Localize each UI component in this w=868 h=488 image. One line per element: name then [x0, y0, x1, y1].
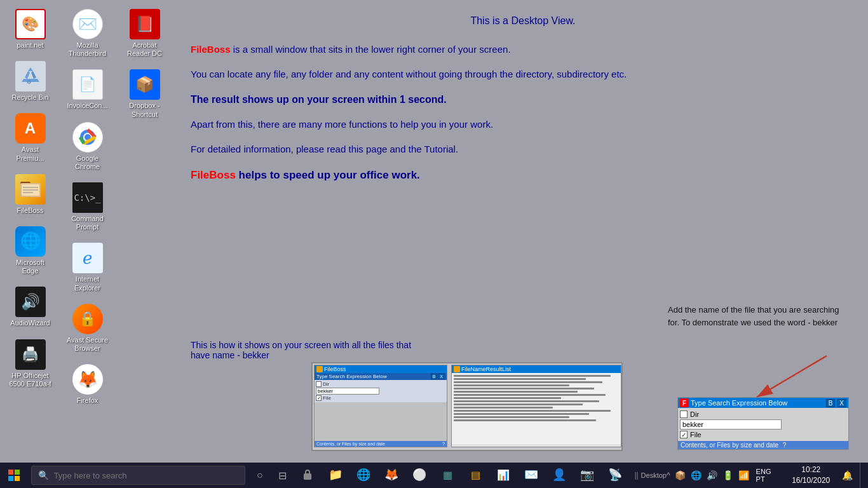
icon-label-acrobat: Acrobat Reader DC — [123, 41, 166, 58]
desktop: 🎨 paint.net ♻ Recycle Bin A Avast Premiu… — [0, 0, 868, 463]
desktop-icon-cmd[interactable]: C:\>_ Command Prompt — [64, 180, 111, 234]
taskbar-app-table[interactable]: ▦ — [433, 463, 461, 488]
icon-label-dropbox: Dropbox - Shortcut — [123, 102, 166, 118]
fw-search-input[interactable] — [680, 419, 782, 430]
tray-expand-icon[interactable]: ^ — [667, 471, 670, 480]
desktop-icon-firefox[interactable]: 🦊 Firefox — [64, 362, 111, 407]
para-fileboss-helps: FileBoss helps to speed up your office w… — [191, 166, 855, 184]
svg-rect-14 — [8, 476, 13, 481]
cloud-icon: 📡 — [608, 468, 622, 482]
fileboss-brand-2: FileBoss — [191, 169, 236, 181]
fw-dir-checkbox[interactable] — [680, 410, 688, 418]
taskbar-app-chrome[interactable]: ⚪ — [405, 463, 433, 488]
taskbar-right-tray: ^ 📦 🌐 🔊 🔋 📶 ENG PT 10:22 16/10/2020 🔔 6 — [667, 463, 868, 488]
main-content: This is a Desktop View. FileBoss is a sm… — [191, 13, 855, 193]
desktop-icon-hp[interactable]: 🖨️ HP Officejet 6500 E710a-f — [6, 337, 54, 391]
taskbar-app-mail[interactable]: ✉️ — [517, 463, 545, 488]
icon-label-recycle: Recycle Bin — [11, 93, 48, 102]
task-view-button[interactable]: ⊟ — [271, 463, 294, 488]
desktop-icon-edge[interactable]: 🌐 Microsoft Edge — [6, 224, 54, 278]
taskbar-app-photo[interactable]: 📷 — [573, 463, 601, 488]
fw-brand-icon: F — [680, 398, 689, 407]
icon-label-invoicecon: InvoiceCon... — [67, 102, 107, 110]
mini-fb-body: Dir ✓ File — [315, 380, 447, 402]
taskbar-search-input[interactable] — [54, 471, 238, 480]
task-view-icon: ⊟ — [278, 470, 287, 482]
taskbar-app-cloud[interactable]: 📡 — [601, 463, 629, 488]
fileboss-brand-1: FileBoss — [191, 44, 231, 55]
taskbar-search-bar[interactable]: 🔍 — [31, 466, 245, 485]
table-icon: ▦ — [443, 469, 452, 481]
desktop-icon-avast-secure[interactable]: 🔒 Avast Secure Browser — [64, 301, 111, 355]
firefox-taskbar-icon: 🦊 — [384, 468, 398, 482]
desktop-icon-fileboss[interactable]: FileBoss — [6, 172, 54, 217]
taskbar-app-bar[interactable]: ▤ — [461, 463, 489, 488]
fw-help-icon[interactable]: ? — [783, 442, 787, 449]
system-tray: 📦 🌐 🔊 🔋 📶 — [674, 470, 750, 480]
desktop-icon-recycle[interactable]: ♻ Recycle Bin — [6, 58, 54, 104]
fw-btn-x[interactable]: X — [837, 399, 846, 407]
tray-battery-icon[interactable]: 🔋 — [721, 470, 735, 480]
desktop-icon-acrobat[interactable]: 📕 Acrobat Reader DC — [121, 6, 168, 60]
tray-sound-icon[interactable]: 🔊 — [705, 470, 719, 480]
windows-logo-icon — [8, 470, 20, 481]
icon-label-thunderbird: Mozilla Thunderbird — [66, 41, 109, 58]
svg-rect-16 — [304, 473, 311, 480]
taskbar-app-finance[interactable]: 📊 — [489, 463, 517, 488]
taskbar-search-icon: 🔍 — [38, 470, 49, 480]
mini-fb-titlebar: FileBoss — [315, 365, 447, 373]
icon-label-edge: Microsoft Edge — [9, 259, 51, 275]
icon-label-paint: paint.net — [17, 41, 43, 50]
desktop-icon-invoicecon[interactable]: 📄 InvoiceCon... — [64, 67, 111, 112]
icon-label-fileboss: FileBoss — [17, 207, 43, 215]
show-desktop-button[interactable] — [860, 463, 865, 488]
desktop-icons: 🎨 paint.net ♻ Recycle Bin A Avast Premiu… — [0, 0, 178, 458]
cortana-button[interactable]: ○ — [248, 463, 271, 488]
svg-text:♻: ♻ — [27, 79, 31, 85]
fw-btn-b[interactable]: B — [826, 399, 836, 407]
desktop-icon-thunderbird[interactable]: ✉️ Mozilla Thunderbird — [64, 6, 111, 60]
para-functions: Apart from this, there are many more fun… — [191, 117, 855, 132]
taskbar-app-people[interactable]: 👤 — [545, 463, 573, 488]
tray-network-icon[interactable]: 🌐 — [689, 470, 703, 480]
mini-result-titlebar: FileNameResultList — [452, 365, 621, 373]
desktop-icon-avast[interactable]: A Avast Premiu... — [6, 111, 54, 165]
icon-label-cmd: Command Prompt — [66, 215, 109, 231]
taskbar-app-browser2[interactable]: 🦊 — [377, 463, 405, 488]
desktop-icon-audiowizard[interactable]: 🔊 AudioWizard — [6, 284, 54, 330]
tray-dropbox-icon[interactable]: 📦 — [674, 470, 687, 480]
desktop-icon-dropbox[interactable]: 📦 Dropbox - Shortcut — [121, 67, 168, 121]
fw-body: Dir File — [678, 408, 848, 441]
desktop-view-title: This is a Desktop View. — [191, 13, 855, 29]
language-indicator: ENG PT — [756, 468, 782, 483]
taskbar-app-folder[interactable]: 📁 — [322, 463, 349, 488]
taskbar-app-browser1[interactable]: 🌐 — [349, 463, 377, 488]
fw-search-input-row[interactable] — [680, 419, 846, 430]
edge-icon: 🌐 — [356, 468, 370, 482]
taskbar-app-security[interactable] — [294, 463, 322, 488]
show-desktop-label[interactable]: Desktop — [641, 471, 667, 479]
mini-fb-bekker-row — [316, 388, 445, 395]
desktop-icon-ie[interactable]: ℯ Internet Explorer — [64, 240, 111, 294]
clock-time: 10:22 — [792, 464, 830, 475]
finance-icon: 📊 — [497, 469, 510, 481]
annotation-text: Add the name of the file that you are se… — [668, 304, 849, 329]
demo-description: This is how it shows on your screen with… — [191, 340, 432, 360]
fileboss-widget[interactable]: F Type Search Expression Below B X Dir F… — [677, 397, 849, 450]
mini-fb-footer: Contents, or Files by size and date ? — [315, 441, 447, 447]
notification-button[interactable]: 🔔 6 — [838, 463, 857, 488]
taskbar: 🔍 ○ ⊟ 📁 🌐 🦊 ⚪ ▦ ▤ — [0, 463, 868, 488]
tray-wireless-icon[interactable]: 📶 — [737, 470, 750, 480]
fw-file-checkbox[interactable] — [680, 431, 688, 438]
mini-fb-search-bar: Type Search Expression Below B X — [315, 373, 447, 380]
desktop-icon-chrome[interactable]: Google Chrome — [64, 119, 111, 173]
icon-label-ie: Internet Explorer — [66, 275, 109, 292]
notification-badge: 6 — [848, 475, 851, 482]
para-locate: You can locate any file, any folder and … — [191, 67, 855, 82]
taskbar-clock[interactable]: 10:22 16/10/2020 — [787, 464, 835, 486]
icon-label-firefox: Firefox — [77, 396, 98, 405]
desktop-icon-paint[interactable]: 🎨 paint.net — [6, 6, 54, 52]
start-button[interactable] — [0, 463, 28, 488]
lock-icon — [301, 468, 314, 481]
annotation-arrow-svg — [744, 353, 839, 403]
